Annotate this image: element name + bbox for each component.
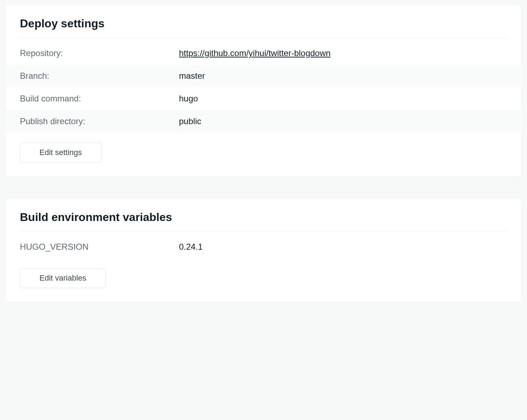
- repository-link[interactable]: https://github.com/yihui/twitter-blogdow…: [179, 48, 331, 58]
- value-repository: https://github.com/yihui/twitter-blogdow…: [179, 48, 507, 58]
- deploy-settings-rows: Repository: https://github.com/yihui/twi…: [6, 42, 521, 133]
- env-vars-rows: HUGO_VERSION 0.24.1: [6, 236, 521, 258]
- label-branch: Branch:: [20, 71, 179, 81]
- label-repository: Repository:: [20, 48, 179, 58]
- value-hugo-version: 0.24.1: [179, 242, 507, 252]
- row-repository: Repository: https://github.com/yihui/twi…: [6, 42, 521, 65]
- value-build-command: hugo: [179, 94, 507, 104]
- row-build-command: Build command: hugo: [6, 87, 521, 110]
- deploy-settings-title: Deploy settings: [20, 17, 507, 38]
- row-branch: Branch: master: [6, 65, 521, 87]
- label-publish-directory: Publish directory:: [20, 116, 179, 126]
- edit-settings-button[interactable]: Edit settings: [20, 143, 102, 162]
- env-vars-title: Build environment variables: [20, 211, 507, 231]
- deploy-settings-card: Deploy settings Repository: https://gith…: [6, 6, 521, 177]
- value-branch: master: [179, 71, 507, 81]
- row-hugo-version: HUGO_VERSION 0.24.1: [6, 236, 521, 258]
- row-publish-directory: Publish directory: public: [6, 110, 521, 133]
- env-vars-card: Build environment variables HUGO_VERSION…: [6, 199, 521, 302]
- label-build-command: Build command:: [20, 94, 179, 104]
- value-publish-directory: public: [179, 116, 507, 126]
- label-hugo-version: HUGO_VERSION: [20, 242, 179, 252]
- edit-variables-button[interactable]: Edit variables: [20, 268, 106, 288]
